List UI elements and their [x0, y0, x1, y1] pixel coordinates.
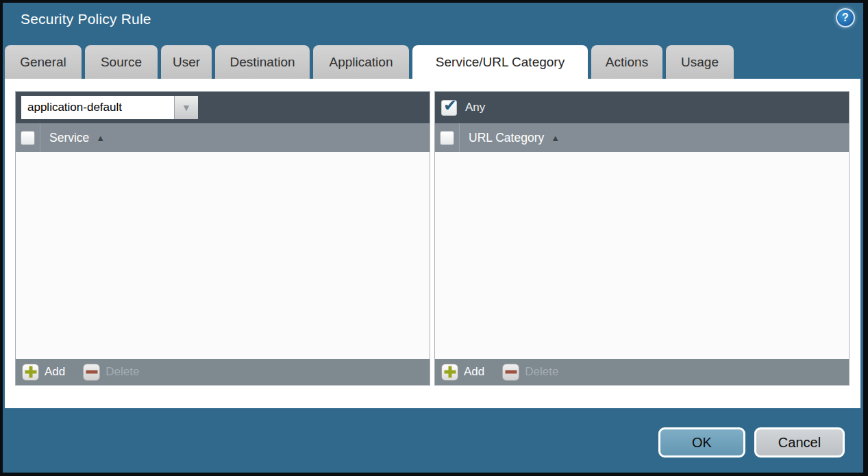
tab-user[interactable]: User — [161, 45, 212, 79]
service-select-all-checkbox[interactable] — [21, 131, 35, 145]
security-policy-rule-dialog: Security Policy Rule ? General Source Us… — [0, 0, 868, 476]
url-category-panel: ✔ Any URL Category ▲ Add — [434, 91, 850, 386]
plus-icon — [441, 364, 458, 381]
service-type-dropdown-value[interactable]: application-default — [21, 96, 174, 119]
tab-application[interactable]: Application — [313, 45, 409, 79]
checkmark-icon: ✔ — [443, 96, 457, 115]
service-column-header[interactable]: Service — [49, 131, 89, 145]
service-table-header: Service ▲ — [16, 123, 430, 152]
url-category-add-button[interactable]: Add — [441, 364, 484, 381]
sort-ascending-icon[interactable]: ▲ — [551, 133, 560, 143]
ok-button[interactable]: OK — [658, 427, 745, 458]
tab-actions[interactable]: Actions — [591, 45, 662, 79]
url-category-delete-button[interactable]: Delete — [502, 364, 558, 381]
service-select-all-cell — [16, 123, 40, 152]
question-mark-icon: ? — [842, 12, 849, 24]
dialog-surface: Security Policy Rule ? General Source Us… — [3, 3, 863, 473]
dialog-title: Security Policy Rule — [21, 11, 151, 27]
tab-source[interactable]: Source — [85, 45, 158, 79]
minus-icon — [83, 364, 100, 381]
tab-bar: General Source User Destination Applicat… — [5, 45, 734, 79]
delete-button-label: Delete — [525, 365, 558, 379]
service-panel-toolbar: application-default ▼ — [16, 92, 430, 123]
url-category-panel-footer: Add Delete — [435, 359, 849, 385]
tab-panel-content: application-default ▼ Service ▲ — [5, 79, 860, 408]
tab-usage[interactable]: Usage — [666, 45, 734, 79]
service-type-dropdown-button[interactable]: ▼ — [174, 96, 198, 119]
service-add-button[interactable]: Add — [22, 364, 65, 381]
plus-icon — [22, 364, 39, 381]
delete-button-label: Delete — [106, 365, 139, 379]
minus-icon — [502, 364, 519, 381]
service-table-body[interactable] — [16, 152, 430, 359]
url-category-panel-toolbar: ✔ Any — [435, 92, 849, 123]
sort-ascending-icon[interactable]: ▲ — [96, 133, 105, 143]
chevron-down-icon: ▼ — [182, 103, 191, 112]
cancel-button[interactable]: Cancel — [754, 427, 845, 458]
tab-service-url-category[interactable]: Service/URL Category — [412, 45, 588, 79]
tab-general[interactable]: General — [5, 45, 82, 79]
tab-destination[interactable]: Destination — [215, 45, 310, 79]
add-button-label: Add — [45, 365, 65, 379]
service-panel: application-default ▼ Service ▲ — [15, 91, 430, 386]
add-button-label: Add — [464, 365, 484, 379]
help-button[interactable]: ? — [836, 8, 855, 27]
url-category-select-all-checkbox[interactable] — [440, 131, 454, 145]
service-delete-button[interactable]: Delete — [83, 364, 139, 381]
any-checkbox-row: ✔ Any — [441, 92, 485, 123]
url-category-table-header: URL Category ▲ — [435, 123, 849, 152]
service-panel-footer: Add Delete — [16, 359, 430, 385]
url-category-select-all-cell — [435, 123, 460, 152]
url-category-column-header[interactable]: URL Category — [469, 131, 544, 145]
any-checkbox[interactable]: ✔ — [441, 100, 457, 116]
url-category-table-body[interactable] — [435, 152, 849, 359]
any-checkbox-label: Any — [465, 101, 485, 114]
service-type-dropdown[interactable]: application-default ▼ — [21, 96, 198, 119]
